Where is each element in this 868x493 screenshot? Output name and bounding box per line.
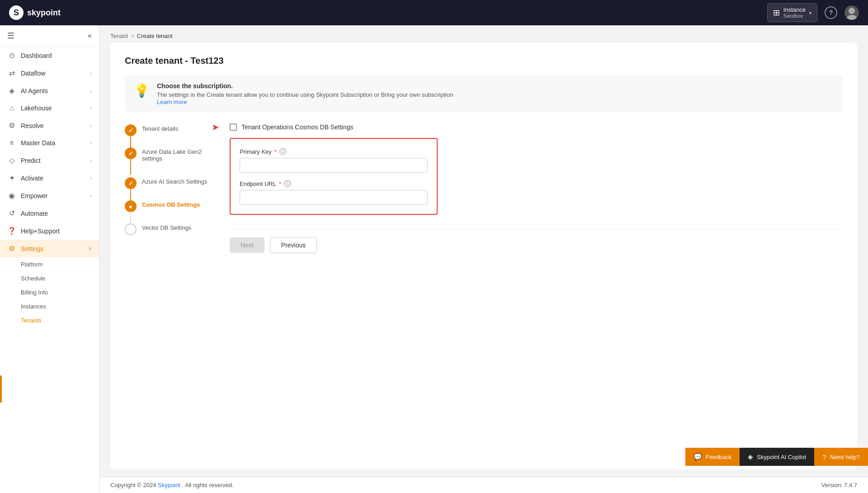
endpoint-url-info-icon[interactable]: ⓘ	[284, 180, 291, 187]
chevron-right-icon: ›	[90, 105, 92, 111]
cosmos-arrow-icon: ➤	[212, 122, 219, 133]
sidebar-item-instances[interactable]: Instances	[21, 299, 99, 313]
sidebar-item-activate[interactable]: ✦ Activate ›	[0, 169, 99, 187]
brand-link[interactable]: Skypoint	[158, 482, 180, 488]
cosmos-db-checkbox[interactable]	[230, 123, 237, 131]
sidebar-item-billing-info[interactable]: Billing Info	[21, 285, 99, 299]
predict-icon: ◇	[7, 156, 16, 165]
avatar[interactable]	[844, 5, 859, 20]
step-azure-ai-search[interactable]: ✓ Azure AI Search Settings	[125, 176, 215, 199]
empower-icon: ◉	[7, 191, 16, 200]
info-box-content: Choose the subscription. The settings in…	[157, 82, 834, 105]
copilot-button[interactable]: ◈ Skypoint AI Copilot	[740, 448, 814, 466]
master-data-icon: ≡	[7, 139, 16, 147]
sidebar-item-dataflow[interactable]: ⇄ Dataflow ›	[0, 64, 99, 82]
content-area: Tenant > Create tenant Create tenant - T…	[99, 25, 868, 493]
help-icon: ❓	[7, 227, 16, 235]
chevron-right-icon: ›	[90, 193, 92, 199]
cosmos-checkbox-row: ➤ Tenant Operations Cosmos DB Settings	[230, 123, 843, 131]
required-star: *	[274, 148, 277, 155]
endpoint-url-input[interactable]	[240, 190, 428, 205]
sidebar-item-automate[interactable]: ↺ Automate	[0, 204, 99, 222]
primary-key-label: Primary Key * ⓘ	[240, 148, 428, 155]
sidebar-item-label: Automate	[21, 210, 48, 217]
sidebar-item-schedule[interactable]: Schedule	[21, 271, 99, 285]
sidebar-item-label: Dataflow	[21, 70, 45, 77]
sidebar-item-label: Lakehouse	[21, 104, 52, 112]
breadcrumb: Tenant > Create tenant	[99, 25, 868, 43]
chevron-right-icon: ›	[90, 123, 92, 128]
step-label-4: Cosmos DB Settings	[142, 199, 200, 223]
sidebar-header: ☰ «	[0, 25, 99, 47]
copilot-icon: ◈	[748, 453, 753, 461]
sidebar-item-dashboard[interactable]: ⊙ Dashboard	[0, 47, 99, 64]
breadcrumb-separator: >	[131, 33, 134, 39]
learn-more-link[interactable]: Learn more	[157, 99, 187, 105]
chevron-up-icon: ∧	[88, 246, 92, 251]
sidebar-item-ai-agents[interactable]: ◈ AI Agents ›	[0, 82, 99, 100]
sidebar-item-predict[interactable]: ◇ Predict ›	[0, 152, 99, 169]
step-azure-data-lake[interactable]: ✓ Azure Data Lake Gen2 settings	[125, 147, 215, 176]
next-button[interactable]: Next	[230, 237, 264, 253]
sidebar-item-label: Resolve	[21, 122, 44, 129]
automate-icon: ↺	[7, 209, 16, 218]
chevron-right-icon: ›	[90, 158, 92, 163]
lakehouse-icon: ⌂	[7, 104, 16, 112]
sidebar-item-label: Settings	[21, 245, 44, 252]
instance-label: Instance	[783, 6, 806, 13]
page-card: Create tenant - Test123 💡 Choose the sub…	[110, 43, 857, 469]
step-label-3: Azure AI Search Settings	[142, 176, 208, 199]
instance-name: Sandbox	[783, 13, 806, 19]
logo-icon: S	[9, 5, 24, 20]
svg-point-1	[847, 15, 857, 20]
step-tenant-details[interactable]: ✓ Tenant details	[125, 123, 215, 147]
topnav: S skypoint ⊞ Instance Sandbox ▾ ?	[0, 0, 868, 25]
breadcrumb-parent[interactable]: Tenant	[110, 33, 128, 39]
sidebar-item-lakehouse[interactable]: ⌂ Lakehouse ›	[0, 100, 99, 117]
version-text: Version: 7.4.7	[821, 482, 858, 488]
main-content: Create tenant - Test123 💡 Choose the sub…	[99, 43, 868, 477]
primary-key-input[interactable]	[240, 158, 428, 173]
wizard-layout: ✓ Tenant details ✓ Azure Data Lake Gen2 …	[125, 123, 843, 457]
main-container: ☰ « ⊙ Dashboard ⇄ Dataflow › ◈ AI Agents…	[0, 25, 868, 493]
feedback-button[interactable]: 💬 Feedback	[685, 448, 740, 466]
feedback-label: Feedback	[706, 454, 731, 460]
instance-icon: ⊞	[773, 8, 780, 18]
resolve-icon: ⚙	[7, 121, 16, 130]
copilot-label: Skypoint AI Copilot	[757, 454, 806, 460]
endpoint-url-label: Endpoint URL * ⓘ	[240, 180, 428, 187]
feedback-icon: 💬	[693, 453, 702, 461]
cosmos-fields-box: Primary Key * ⓘ Endpoint URL *	[230, 138, 438, 215]
sidebar-item-label: Predict	[21, 157, 41, 164]
primary-key-label-text: Primary Key	[240, 148, 272, 155]
hamburger-icon[interactable]: ☰	[7, 31, 14, 41]
primary-key-group: Primary Key * ⓘ	[240, 148, 428, 173]
sidebar-item-settings[interactable]: ⚙ Settings ∧	[0, 240, 99, 257]
help-button[interactable]: ?	[825, 6, 837, 19]
settings-icon: ⚙	[7, 244, 16, 253]
lightbulb-icon: 💡	[134, 83, 150, 98]
step-label-1: Tenant details	[142, 123, 178, 147]
need-help-button[interactable]: ? Need help?	[814, 448, 868, 466]
sidebar-item-platform[interactable]: Platform	[21, 257, 99, 271]
instance-text: Instance Sandbox	[783, 6, 806, 19]
sidebar-item-help-support[interactable]: ❓ Help+Support	[0, 222, 99, 240]
step-cosmos-db[interactable]: ● Cosmos DB Settings	[125, 199, 215, 223]
form-panel: ➤ Tenant Operations Cosmos DB Settings P…	[230, 123, 843, 457]
sidebar-item-label: Dashboard	[21, 52, 52, 59]
breadcrumb-current: Create tenant	[137, 33, 173, 39]
app-logo[interactable]: S skypoint	[9, 5, 61, 20]
instance-selector[interactable]: ⊞ Instance Sandbox ▾	[767, 3, 817, 23]
sidebar-item-master-data[interactable]: ≡ Master Data ›	[0, 134, 99, 152]
step-circle-2: ✓	[125, 147, 137, 159]
sidebar-item-empower[interactable]: ◉ Empower ›	[0, 187, 99, 204]
primary-key-info-icon[interactable]: ⓘ	[279, 148, 287, 155]
sidebar-item-label: Help+Support	[21, 228, 60, 235]
collapse-icon[interactable]: «	[88, 32, 92, 40]
sidebar-item-tenants[interactable]: Tenants	[21, 313, 99, 327]
bottom-bar: Copyright © 2024 Skypoint . All rights r…	[99, 477, 868, 493]
sidebar-item-resolve[interactable]: ⚙ Resolve ›	[0, 117, 99, 134]
previous-button[interactable]: Previous	[270, 237, 317, 253]
step-vector-db[interactable]: Vector DB Settings	[125, 223, 215, 246]
dataflow-icon: ⇄	[7, 69, 16, 77]
